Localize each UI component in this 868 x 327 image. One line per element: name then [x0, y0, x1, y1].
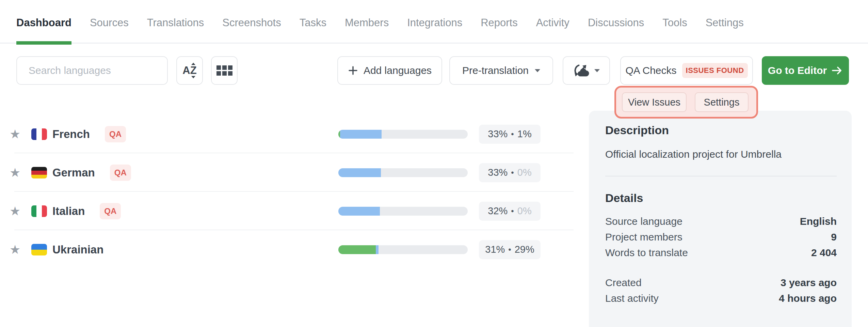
italy-flag	[31, 205, 47, 217]
nav-tab-label: Members	[345, 17, 389, 29]
language-name[interactable]: French	[52, 128, 90, 141]
issues-found-badge: ISSUES FOUND	[682, 63, 748, 78]
translated-progress-segment	[340, 130, 382, 139]
nav-tab-integrations[interactable]: Integrations	[407, 17, 462, 43]
nav-tab-reports[interactable]: Reports	[481, 17, 518, 43]
nav-tab-label: Integrations	[407, 17, 462, 29]
nav-tab-label: Tools	[662, 17, 687, 29]
nav-tab-tools[interactable]: Tools	[662, 17, 687, 43]
grid-view-icon	[216, 65, 232, 76]
nav-tab-label: Activity	[536, 17, 569, 29]
plus-icon	[348, 65, 358, 76]
approved-percent: 0%	[517, 205, 532, 217]
nav-tab-label: Discussions	[588, 17, 644, 29]
qa-checks-button[interactable]: QA Checks ISSUES FOUND	[620, 56, 753, 85]
pretranslation-dropdown[interactable]: Pre-translation	[449, 56, 553, 85]
project-info-panel: Description Official localization projec…	[589, 111, 852, 327]
content-sync-dropdown[interactable]	[563, 56, 610, 85]
detail-value: 3 years ago	[781, 275, 837, 291]
detail-row: Created 3 years ago	[605, 275, 837, 291]
grid-view-button[interactable]	[211, 56, 238, 85]
detail-label: Last activity	[605, 291, 659, 306]
go-to-editor-button[interactable]: Go to Editor	[762, 56, 849, 85]
translated-progress-segment	[338, 168, 381, 177]
chevron-down-icon	[594, 69, 600, 72]
nav-tab-label: Tasks	[300, 17, 326, 29]
progress-bar	[338, 245, 468, 254]
translated-progress-segment	[338, 207, 380, 216]
arrow-right-icon	[831, 65, 843, 76]
language-name[interactable]: German	[52, 166, 95, 179]
qa-badge[interactable]: QA	[105, 126, 126, 142]
star-icon[interactable]: ★	[10, 166, 25, 180]
description-title: Description	[605, 124, 837, 137]
progress-bar	[338, 130, 468, 139]
dot-separator: •	[511, 129, 514, 139]
language-list: ★ French QA 33% • 1% ★ German QA 33% •	[0, 115, 574, 269]
dot-separator: •	[511, 168, 514, 177]
language-name[interactable]: Italian	[52, 205, 85, 218]
nav-tab-screenshots[interactable]: Screenshots	[222, 17, 281, 43]
progress-bar	[338, 168, 468, 177]
language-row-italian[interactable]: ★ Italian QA 32% • 0%	[0, 192, 574, 230]
details-title: Details	[605, 191, 837, 205]
language-row-ukrainian[interactable]: ★ Ukrainian 31% • 29%	[0, 230, 574, 269]
detail-value: English	[800, 214, 837, 229]
approved-percent: 1%	[517, 128, 532, 140]
nav-tab-members[interactable]: Members	[345, 17, 389, 43]
nav-tab-label: Settings	[706, 17, 744, 29]
nav-tab-activity[interactable]: Activity	[536, 17, 569, 43]
add-languages-button[interactable]: Add languages	[337, 56, 442, 85]
language-row-german[interactable]: ★ German QA 33% • 0%	[0, 153, 574, 192]
nav-tab-translations[interactable]: Translations	[147, 17, 204, 43]
france-flag	[31, 128, 47, 140]
approved-progress-segment	[338, 245, 376, 254]
ukraine-flag	[31, 244, 47, 255]
nav-tab-label: Screenshots	[222, 17, 281, 29]
nav-tab-label: Sources	[90, 17, 129, 29]
translated-percent: 32%	[488, 205, 508, 217]
translated-percent: 33%	[488, 167, 508, 178]
language-row-french[interactable]: ★ French QA 33% • 1%	[0, 115, 574, 153]
az-sort-icon: A Z	[182, 63, 196, 78]
qa-badge[interactable]: QA	[110, 165, 131, 181]
detail-row: Last activity 4 hours ago	[605, 291, 837, 306]
progress-badge: 31% • 29%	[479, 240, 541, 259]
detail-row: Words to translate 2 404	[605, 245, 837, 261]
details-primary-rows: Source language English Project members …	[605, 214, 837, 261]
nav-tab-discussions[interactable]: Discussions	[588, 17, 644, 43]
progress-badge: 33% • 0%	[479, 163, 541, 182]
approved-percent: 0%	[517, 167, 532, 178]
qa-badge[interactable]: QA	[100, 203, 121, 219]
detail-label: Project members	[605, 229, 682, 245]
detail-row: Source language English	[605, 214, 837, 229]
detail-value: 4 hours ago	[779, 291, 837, 306]
star-icon[interactable]: ★	[10, 127, 25, 141]
translated-progress-segment	[376, 245, 379, 254]
germany-flag	[31, 167, 47, 178]
details-secondary-rows: Created 3 years ago Last activity 4 hour…	[605, 275, 837, 306]
nav-tab-dashboard[interactable]: Dashboard	[16, 17, 71, 43]
translated-percent: 31%	[485, 244, 505, 255]
qa-settings-button[interactable]: Settings	[695, 92, 749, 112]
project-nav: Dashboard Sources Translations Screensho…	[0, 0, 868, 44]
dot-separator: •	[511, 206, 514, 216]
progress-badge: 32% • 0%	[479, 202, 541, 221]
view-issues-button[interactable]: View Issues	[622, 92, 687, 112]
nav-tab-sources[interactable]: Sources	[90, 17, 129, 43]
star-icon[interactable]: ★	[10, 243, 25, 257]
progress-badge: 33% • 1%	[479, 125, 541, 144]
nav-tab-settings[interactable]: Settings	[706, 17, 744, 43]
panel-divider	[605, 176, 837, 176]
detail-row: Project members 9	[605, 229, 837, 245]
sort-languages-button[interactable]: A Z	[176, 56, 203, 85]
star-icon[interactable]: ★	[10, 204, 25, 218]
progress-bar	[338, 207, 468, 216]
language-name[interactable]: Ukrainian	[52, 243, 103, 256]
project-dashboard-page: Dashboard Sources Translations Screensho…	[0, 0, 868, 327]
nav-tab-tasks[interactable]: Tasks	[300, 17, 326, 43]
search-languages-input[interactable]	[16, 56, 168, 85]
dot-separator: •	[508, 245, 511, 254]
chevron-down-icon	[535, 69, 540, 72]
sort-desc-arrow-icon	[191, 76, 195, 78]
